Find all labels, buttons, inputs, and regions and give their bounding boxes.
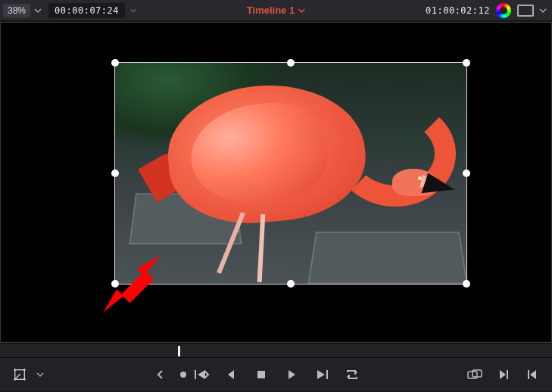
fullscreen-viewer-icon[interactable] [517, 5, 534, 17]
transform-mode-icon[interactable] [11, 366, 29, 384]
timeline-dropdown-chevron-icon[interactable] [298, 7, 305, 14]
svg-point-5 [14, 369, 16, 371]
svg-rect-22 [507, 370, 508, 379]
svg-marker-21 [500, 370, 506, 379]
jump-to-last-icon[interactable] [313, 366, 331, 384]
transform-handle-ml[interactable] [111, 170, 119, 177]
svg-marker-15 [317, 370, 325, 379]
svg-marker-17 [355, 370, 357, 375]
viewer-top-bar: 38% 00:00:07:24 Timeline 1 01:00:02:12 [0, 0, 552, 21]
transform-bounding-box[interactable] [114, 62, 467, 285]
transform-handle-tl[interactable] [111, 59, 119, 67]
transform-handle-bl[interactable] [111, 280, 119, 288]
svg-point-9 [180, 372, 186, 378]
jump-to-first-icon[interactable] [192, 366, 210, 384]
record-timecode[interactable]: 01:00:02:12 [426, 5, 490, 16]
svg-rect-10 [195, 370, 196, 379]
transform-handle-mr[interactable] [463, 170, 470, 177]
source-timecode[interactable]: 00:00:07:24 [48, 3, 125, 18]
previous-frame-icon[interactable] [222, 366, 240, 384]
svg-rect-16 [326, 370, 328, 379]
svg-marker-18 [347, 375, 349, 379]
svg-point-6 [23, 369, 26, 371]
playhead-indicator[interactable] [178, 346, 180, 356]
svg-rect-13 [257, 371, 265, 378]
svg-point-7 [14, 378, 16, 381]
timeline-name: Timeline 1 [247, 5, 295, 16]
timeline-title-group[interactable]: Timeline 1 [247, 5, 305, 16]
transform-handle-tc[interactable] [287, 59, 295, 67]
mark-in-icon[interactable] [151, 366, 170, 384]
previous-clip-icon[interactable] [523, 366, 541, 384]
viewer-canvas[interactable] [0, 22, 552, 343]
svg-rect-23 [528, 370, 529, 379]
match-frame-icon[interactable] [466, 366, 484, 384]
transform-handle-bc[interactable] [287, 280, 295, 288]
viewer-options-chevron-icon[interactable] [537, 3, 549, 18]
svg-marker-12 [228, 370, 234, 379]
svg-marker-14 [288, 370, 295, 379]
transform-handle-br[interactable] [463, 280, 470, 288]
timecode-options-chevron-icon[interactable] [128, 5, 139, 16]
transport-controls-bar [0, 358, 552, 391]
svg-marker-0 [103, 289, 123, 313]
zoom-dropdown-chevron-icon[interactable] [32, 3, 44, 18]
transform-mode-dropdown-chevron-icon[interactable] [35, 366, 45, 384]
clip-preview-image [115, 63, 466, 284]
next-clip-icon[interactable] [494, 366, 513, 384]
mini-timeline-scrubber[interactable] [0, 343, 552, 358]
svg-point-8 [23, 378, 26, 381]
mark-clip-icon[interactable] [174, 366, 192, 384]
svg-line-4 [15, 374, 20, 379]
color-wheel-icon[interactable] [496, 3, 511, 18]
stop-icon[interactable] [252, 366, 270, 384]
transform-handle-tr[interactable] [463, 59, 470, 67]
play-icon[interactable] [282, 366, 301, 384]
loop-icon[interactable] [343, 366, 361, 384]
zoom-percent[interactable]: 38% [3, 4, 30, 17]
svg-marker-11 [198, 370, 205, 379]
svg-marker-24 [530, 370, 536, 379]
